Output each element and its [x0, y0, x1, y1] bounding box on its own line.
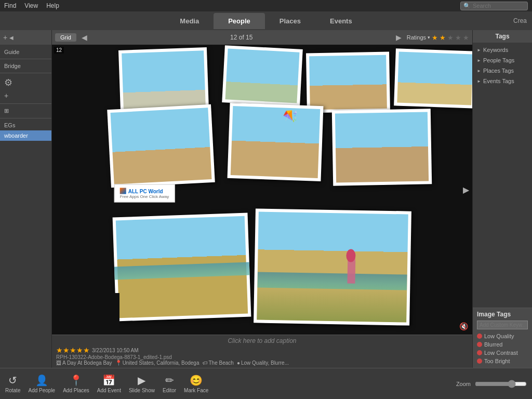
editor-icon: ✏ — [165, 374, 174, 387]
image-tag-too-bright: Too Bright — [477, 357, 528, 365]
mark-face-label: Mark Face — [184, 388, 208, 393]
prev-button[interactable]: ◀ — [79, 33, 89, 42]
custom-keyword-input[interactable] — [477, 321, 528, 329]
blurred-label: Blurred — [484, 341, 502, 348]
menu-help[interactable]: Help — [46, 2, 59, 9]
sidebar-items: Guide Bridge ⚙ + ⊞ EGs wboarder — [0, 45, 51, 368]
sidebar-item-bridge[interactable]: Bridge — [0, 61, 51, 71]
tab-places[interactable]: Places — [265, 13, 315, 29]
add-button[interactable]: + — [3, 33, 7, 42]
create-button[interactable]: Crea — [513, 17, 527, 24]
main-area: + ◀ Guide Bridge ⚙ + ⊞ EGs wboarder Grid… — [0, 30, 532, 368]
rotate-button[interactable]: ↺ Rotate — [5, 374, 20, 393]
add-places-button[interactable]: 📍 Add Places — [63, 374, 89, 393]
tab-media[interactable]: Media — [165, 13, 214, 29]
photo-card-5[interactable] — [107, 104, 215, 188]
slideshow-label: Slide Show — [129, 388, 155, 393]
menu-find[interactable]: Find — [4, 2, 16, 9]
quality-icon: ● — [237, 360, 240, 366]
add-people-button[interactable]: 👤 Add People — [28, 374, 55, 393]
low-quality-label: Low Quality — [484, 333, 514, 339]
meta-tag-quality: ● Low Quality, Blurre... — [237, 360, 289, 366]
sidebar-divider-1 — [0, 59, 51, 59]
add-event-label: Add Event — [97, 388, 121, 393]
image-tag-low-contrast: Low Contrast — [477, 349, 528, 357]
next-button[interactable]: ▶ — [394, 33, 404, 42]
photo-card-1[interactable] — [118, 47, 209, 113]
blurred-dot — [477, 342, 482, 347]
editor-label: Editor — [163, 388, 176, 393]
settings-icon[interactable]: ⚙ — [4, 77, 12, 88]
organize-icon: ⊞ — [4, 108, 9, 114]
sidebar-item-wboarder[interactable]: wboarder — [0, 130, 51, 141]
caption-bar[interactable]: Click here to add caption — [56, 337, 468, 344]
tag-label-events: Events Tags — [483, 78, 514, 84]
quality-label: Low Quality, Blurre... — [241, 360, 289, 366]
star-empty-3: ★ — [463, 34, 469, 42]
grid-view-button[interactable]: Grid — [55, 33, 76, 42]
sidebar-icon-area: ⚙ + — [0, 75, 51, 102]
mark-face-button[interactable]: 😊 Mark Face — [184, 374, 208, 393]
sidebar-toolbar: + ◀ — [0, 30, 51, 45]
right-sidebar: Tags ► Keywords ► People Tags ► Places T… — [472, 30, 532, 368]
too-bright-dot — [477, 358, 482, 364]
photo-area: 12 — [52, 45, 472, 335]
editor-button[interactable]: ✏ Editor — [163, 374, 176, 393]
photo-card-6[interactable] — [228, 103, 324, 181]
album-label: A Day At Bodega Bay — [62, 360, 112, 366]
tags-list: ► Keywords ► People Tags ► Places Tags ►… — [473, 43, 532, 308]
play-button[interactable]: ▶ — [463, 185, 469, 195]
photo-card-3[interactable] — [306, 52, 390, 113]
photo-number: 12 — [54, 47, 64, 54]
tag-events[interactable]: ► Events Tags — [473, 76, 532, 86]
star-filled-2: ★ — [440, 34, 446, 42]
tag-arrow-events: ► — [477, 79, 481, 84]
zoom-label: Zoom — [456, 381, 471, 387]
star-empty-2: ★ — [455, 34, 461, 42]
add-small-icon[interactable]: + — [4, 91, 8, 100]
center-bottom-info: Click here to add caption ★★★★★ 3/22/201… — [52, 335, 472, 368]
watermark: ALL PC World Free Apps One Click Away — [114, 184, 175, 203]
sidebar-divider-3 — [0, 103, 51, 104]
tab-people[interactable]: People — [214, 13, 265, 29]
tag-people[interactable]: ► People Tags — [473, 55, 532, 65]
watermark-logo: ALL PC World — [120, 188, 169, 194]
photo-card-7[interactable] — [332, 109, 432, 185]
add-event-icon: 📅 — [102, 374, 115, 387]
meta-tag-beach: 🏷 The Beach — [203, 360, 234, 366]
image-tag-low-quality: Low Quality — [477, 332, 528, 340]
rating-row: ★★★★★ 3/22/2013 10:50 AM — [56, 346, 468, 354]
photo-card-2[interactable] — [222, 45, 303, 107]
photo-card-beach-1[interactable] — [113, 213, 251, 322]
sidebar-divider-4 — [0, 118, 51, 118]
bottom-bar: ↺ Rotate 👤 Add People 📍 Add Places 📅 Add… — [0, 368, 532, 399]
tag-arrow-places: ► — [477, 69, 481, 73]
album-icon: 🖼 — [56, 360, 61, 366]
slideshow-button[interactable]: ▶ Slide Show — [129, 374, 155, 393]
meta-tags: 🖼 A Day At Bodega Bay 📍 United States, C… — [56, 360, 468, 366]
menu-view[interactable]: View — [24, 2, 38, 9]
photo-collage: 12 — [52, 45, 472, 335]
add-places-label: Add Places — [63, 388, 89, 393]
tag-places[interactable]: ► Places Tags — [473, 65, 532, 76]
tag-arrow-people: ► — [477, 58, 481, 63]
photo-card-4[interactable] — [394, 48, 472, 108]
low-contrast-label: Low Contrast — [484, 350, 518, 356]
photo-card-beach-2[interactable] — [254, 208, 411, 325]
left-sidebar: + ◀ Guide Bridge ⚙ + ⊞ EGs wboarder — [0, 30, 52, 368]
tag-keywords[interactable]: ► Keywords — [473, 45, 532, 55]
back-button[interactable]: ◀ — [9, 35, 14, 41]
search-input[interactable] — [473, 3, 525, 9]
geo-label: United States, California, Bodega — [123, 360, 200, 366]
sidebar-item-guide[interactable]: Guide — [0, 47, 51, 57]
rating-stars[interactable]: ★★★★★ — [56, 346, 90, 354]
photo-date: 3/22/2013 10:50 AM — [92, 348, 139, 353]
low-quality-dot — [477, 334, 482, 339]
image-tags-title: Image Tags — [477, 311, 528, 318]
sidebar-item-egs[interactable]: EGs — [0, 120, 51, 130]
tab-events[interactable]: Events — [315, 13, 367, 29]
tag-label-places: Places Tags — [483, 68, 514, 74]
add-event-button[interactable]: 📅 Add Event — [97, 374, 121, 393]
zoom-slider[interactable] — [475, 380, 527, 388]
mute-button[interactable]: 🔇 — [459, 322, 468, 330]
